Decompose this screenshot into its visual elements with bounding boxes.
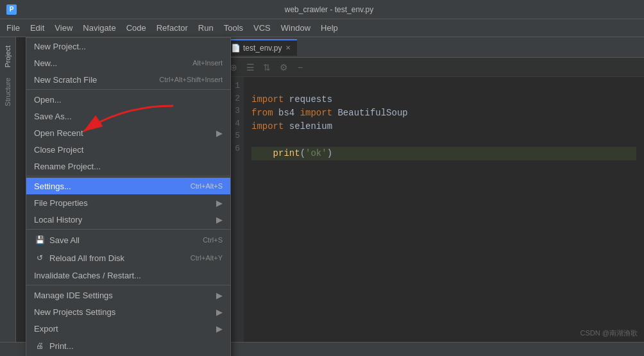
menu-item-open-recent[interactable]: Open Recent ▶	[26, 124, 230, 141]
reload-all-label: Reload All from Disk	[49, 253, 191, 263]
open-label: Open...	[34, 95, 223, 105]
keyword-import-2: import	[251, 94, 284, 105]
file-dropdown-menu: New Project... New... Alt+Insert New Scr…	[26, 37, 231, 356]
save-all-label: Save All	[49, 235, 203, 245]
menu-item-save-all[interactable]: 💾 Save All Ctrl+S	[26, 231, 230, 249]
module-bs4: bs4	[278, 108, 294, 118]
menu-item-close-project[interactable]: Close Project	[26, 141, 230, 158]
invalidate-label: Invalidate Caches / Restart...	[34, 271, 223, 280]
new-shortcut: Alt+Insert	[192, 59, 223, 67]
code-line-4[interactable]: import selenium	[251, 120, 636, 133]
class-beautifulsoup: BeautifulSoup	[337, 108, 407, 118]
menu-window[interactable]: Window	[276, 21, 316, 35]
code-lines: import requests from bs4 import Beautifu…	[244, 77, 644, 356]
toolbar-settings-btn[interactable]: ⚙	[276, 60, 291, 74]
reload-all-shortcut: Ctrl+Alt+Y	[191, 254, 223, 262]
code-line-1	[251, 80, 636, 93]
module-selenium: selenium	[289, 121, 332, 131]
new-project-label: New Project...	[34, 42, 223, 51]
local-history-label: Local History	[34, 215, 216, 225]
open-recent-arrow: ▶	[216, 128, 223, 138]
menu-vcs[interactable]: VCS	[248, 21, 276, 35]
menu-item-local-history[interactable]: Local History ▶	[26, 211, 230, 228]
menu-item-new-projects-settings[interactable]: New Projects Settings ▶	[26, 303, 230, 320]
separator-3	[26, 229, 230, 230]
app-icon: P	[6, 4, 17, 15]
rename-project-label: Rename Project...	[34, 162, 223, 171]
menu-item-new-scratch[interactable]: New Scratch File Ctrl+Alt+Shift+Insert	[26, 71, 230, 88]
toolbar-minus-btn[interactable]: −	[293, 60, 307, 74]
title-bar: P web_crawler - test_env.py	[0, 0, 644, 19]
keyword-import-3: import	[300, 108, 332, 118]
settings-label: Settings...	[34, 182, 191, 191]
menu-code[interactable]: Code	[121, 21, 151, 35]
editor-toolbar: ⊕ ☰ ⇅ ⚙ −	[221, 58, 644, 77]
print-icon: 🖨	[34, 340, 46, 352]
menu-item-file-properties[interactable]: File Properties ▶	[26, 194, 230, 211]
menu-file[interactable]: File	[1, 21, 25, 35]
save-as-label: Save As...	[34, 112, 223, 121]
local-history-arrow: ▶	[216, 215, 223, 225]
menu-item-manage-ide[interactable]: Manage IDE Settings ▶	[26, 287, 230, 303]
toolbar-sort-btn[interactable]: ⇅	[260, 60, 274, 74]
manage-ide-label: Manage IDE Settings	[34, 291, 216, 300]
manage-ide-arrow: ▶	[216, 291, 223, 300]
menu-item-settings[interactable]: Settings... Ctrl+Alt+S	[26, 178, 230, 194]
file-properties-label: File Properties	[34, 198, 216, 208]
close-project-label: Close Project	[34, 145, 223, 155]
separator-4	[26, 285, 230, 285]
menu-edit[interactable]: Edit	[25, 21, 49, 35]
editor-tabs: 📄 test_env.py ✕	[221, 37, 644, 58]
menu-help[interactable]: Help	[316, 21, 343, 35]
menu-item-reload-all[interactable]: ↺ Reload All from Disk Ctrl+Alt+Y	[26, 249, 230, 267]
code-line-3[interactable]: from bs4 import BeautifulSoup	[251, 106, 636, 120]
string-ok: 'ok'	[305, 148, 327, 158]
menu-item-save-as[interactable]: Save As...	[26, 108, 230, 124]
separator-1	[26, 89, 230, 90]
menu-tools[interactable]: Tools	[219, 21, 248, 35]
menu-bar: File Edit View Navigate Code Refactor Ru…	[0, 19, 644, 37]
menu-item-open[interactable]: Open...	[26, 91, 230, 108]
tab-close-btn[interactable]: ✕	[285, 44, 291, 51]
menu-item-print[interactable]: 🖨 Print...	[26, 337, 230, 355]
sidebar-tab-project[interactable]: Project	[1, 40, 14, 72]
editor-area: 📄 test_env.py ✕ ⊕ ☰ ⇅ ⚙ − 1 2 3 4 5 6 i	[221, 37, 644, 356]
reload-icon: ↺	[34, 252, 46, 264]
keyword-import-4: import	[251, 121, 284, 131]
settings-shortcut: Ctrl+Alt+S	[191, 182, 223, 190]
menu-item-invalidate[interactable]: Invalidate Caches / Restart...	[26, 267, 230, 284]
menu-item-rename-project[interactable]: Rename Project...	[26, 158, 230, 174]
file-properties-arrow: ▶	[216, 198, 223, 208]
title-bar-text: web_crawler - test_env.py	[21, 5, 638, 14]
new-scratch-shortcut: Ctrl+Alt+Shift+Insert	[159, 76, 223, 83]
menu-run[interactable]: Run	[193, 21, 219, 35]
new-projects-settings-arrow: ▶	[216, 307, 223, 317]
editor-tab-test-env[interactable]: 📄 test_env.py ✕	[225, 39, 297, 56]
watermark: CSDN @南湖渔歌	[580, 328, 638, 338]
sidebar: Project Structure	[0, 37, 16, 356]
code-line-2[interactable]: import requests	[251, 93, 636, 106]
new-scratch-label: New Scratch File	[34, 75, 159, 85]
export-arrow: ▶	[216, 324, 223, 334]
menu-refactor[interactable]: Refactor	[151, 21, 193, 35]
open-recent-label: Open Recent	[34, 128, 216, 138]
save-all-shortcut: Ctrl+S	[203, 236, 223, 244]
menu-navigate[interactable]: Navigate	[78, 21, 121, 35]
tab-file-icon: 📄	[231, 44, 241, 53]
menu-view[interactable]: View	[49, 21, 78, 35]
menu-item-new-project[interactable]: New Project...	[26, 38, 230, 55]
toolbar-align-btn[interactable]: ☰	[243, 60, 257, 74]
separator-2	[26, 176, 230, 176]
menu-item-new[interactable]: New... Alt+Insert	[26, 55, 230, 71]
func-print: print	[273, 148, 300, 158]
print-label: Print...	[49, 341, 223, 351]
tab-filename: test_env.py	[243, 44, 282, 53]
save-all-icon: 💾	[34, 234, 46, 246]
main-layout: Project Structure New Project... New... …	[0, 37, 644, 356]
code-line-6[interactable]: print('ok')	[251, 147, 636, 160]
new-projects-settings-label: New Projects Settings	[34, 307, 216, 317]
code-line-5	[251, 133, 636, 147]
menu-item-export[interactable]: Export ▶	[26, 320, 230, 337]
keyword-from-3: from	[251, 108, 273, 118]
sidebar-tab-structure[interactable]: Structure	[1, 72, 14, 112]
